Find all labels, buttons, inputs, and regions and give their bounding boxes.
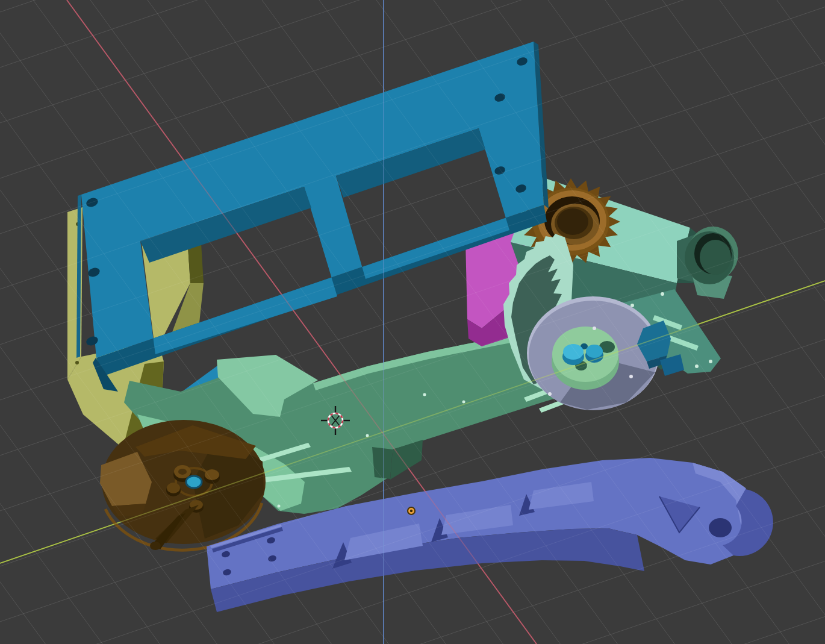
rotor-disc-face[interactable] [178, 469, 187, 475]
arm-base-link-face[interactable] [278, 505, 281, 508]
rotor-disc-face[interactable] [150, 542, 161, 550]
motor-housing-face[interactable] [709, 360, 712, 363]
pulley-disc-face[interactable] [593, 327, 596, 330]
rotor-disc-face[interactable] [167, 483, 180, 493]
pulley-disc-face[interactable] [563, 344, 584, 360]
rotor-disc-face[interactable] [205, 469, 219, 480]
bevel-gear-face[interactable] [557, 208, 588, 235]
viewport-3d-canvas[interactable] [0, 0, 825, 644]
motor-housing-face[interactable] [695, 364, 699, 368]
object-origin-center [410, 510, 412, 512]
pulley-disc-face[interactable] [629, 375, 633, 378]
arm-link-face[interactable] [709, 518, 732, 537]
viewport-3d-stage [0, 0, 825, 644]
arm-base-link-face[interactable] [372, 447, 393, 479]
arm-base-link-face[interactable] [462, 401, 465, 404]
pulley-disc-face[interactable] [586, 345, 603, 358]
arm-base-link-face[interactable] [423, 393, 426, 396]
motor-housing-face[interactable] [661, 292, 664, 296]
pulley-disc-face[interactable] [552, 327, 618, 382]
motor-housing-face[interactable] [700, 240, 731, 275]
spacer-block-face[interactable] [75, 361, 79, 364]
